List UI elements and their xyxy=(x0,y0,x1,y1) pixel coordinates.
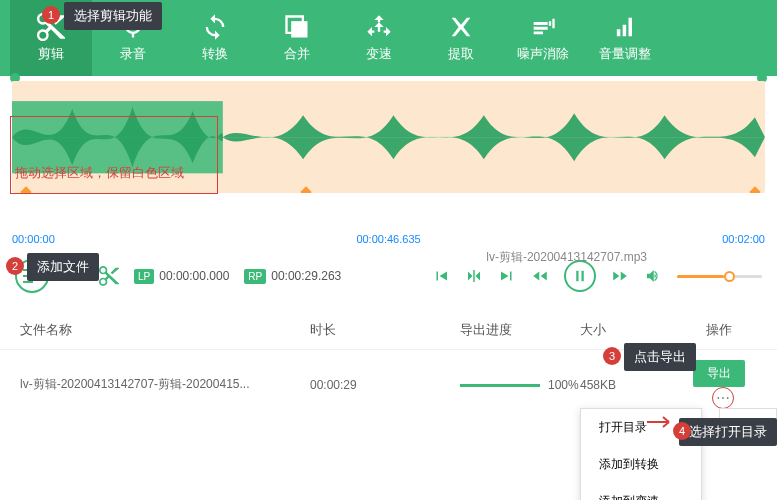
tab-volume[interactable]: 音量调整 xyxy=(584,0,666,76)
rp-time: 00:00:29.263 xyxy=(271,269,341,283)
more-button[interactable]: ⋯ xyxy=(712,387,734,409)
pause-icon xyxy=(571,267,589,285)
lp-badge[interactable]: LP xyxy=(134,269,154,284)
th-size: 大小 xyxy=(580,321,680,339)
timeline: 00:00:00 00:00:46.635 00:02:00 xyxy=(12,233,765,251)
skip-end-icon[interactable] xyxy=(498,267,516,285)
waveform-area: 拖动选择区域，保留白色区域 xyxy=(0,76,777,231)
lp-time: 00:00:00.000 xyxy=(159,269,229,283)
volume-slider[interactable] xyxy=(677,275,762,278)
cell-name: lv-剪辑-20200413142707-剪辑-20200415... xyxy=(20,376,310,393)
tooltip-select-cut: 选择剪辑功能 xyxy=(64,2,162,30)
tab-speed[interactable]: 变速 xyxy=(338,0,420,76)
rewind-icon[interactable] xyxy=(531,267,549,285)
step-badge-2: 2 xyxy=(6,257,24,275)
tab-merge[interactable]: 合并 xyxy=(256,0,338,76)
svg-rect-0 xyxy=(291,21,307,37)
export-button[interactable]: 导出 xyxy=(693,360,745,387)
tooltip-open-dir: 选择打开目录 xyxy=(679,418,777,446)
tab-label: 合并 xyxy=(284,45,310,63)
tab-label: 音量调整 xyxy=(599,45,651,63)
trim-in-icon[interactable] xyxy=(465,267,483,285)
th-op: 操作 xyxy=(680,321,757,339)
forward-icon[interactable] xyxy=(611,267,629,285)
tab-label: 剪辑 xyxy=(38,45,64,63)
tooltip-add-file: 添加文件 xyxy=(27,253,99,281)
red-arrow-2 xyxy=(647,416,677,428)
cell-dur: 00:00:29 xyxy=(310,378,460,392)
tab-convert[interactable]: 转换 xyxy=(174,0,256,76)
time-end: 00:02:00 xyxy=(722,233,765,251)
tooltip-export: 点击导出 xyxy=(624,343,696,371)
step-badge-4: 4 xyxy=(673,422,691,440)
tab-label: 录音 xyxy=(120,45,146,63)
volume-icon[interactable] xyxy=(644,267,662,285)
menu-add-convert[interactable]: 添加到转换 xyxy=(581,446,701,483)
cell-prog: 100% xyxy=(460,378,580,392)
step-badge-1: 1 xyxy=(42,6,60,24)
annotation-box xyxy=(10,116,218,194)
tab-label: 变速 xyxy=(366,45,392,63)
th-dur: 时长 xyxy=(310,321,460,339)
scissors-icon[interactable] xyxy=(99,266,119,286)
tab-label: 噪声消除 xyxy=(517,45,569,63)
tab-noise[interactable]: 噪声消除 xyxy=(502,0,584,76)
tab-extract[interactable]: 提取 xyxy=(420,0,502,76)
rp-badge[interactable]: RP xyxy=(244,269,266,284)
skip-start-icon[interactable] xyxy=(432,267,450,285)
tab-label: 提取 xyxy=(448,45,474,63)
current-filename: lv-剪辑-20200413142707.mp3 xyxy=(486,249,647,266)
controls-row: lv-剪辑-20200413142707.mp3 LP 00:00:00.000… xyxy=(0,251,777,301)
time-start: 00:00:00 xyxy=(12,233,55,251)
annotation-text: 拖动选择区域，保留白色区域 xyxy=(15,164,184,182)
th-name: 文件名称 xyxy=(20,321,310,339)
cell-size: 458KB xyxy=(580,378,680,392)
step-badge-3: 3 xyxy=(603,347,621,365)
th-prog: 导出进度 xyxy=(460,321,580,339)
tab-label: 转换 xyxy=(202,45,228,63)
time-mid: 00:00:46.635 xyxy=(356,233,420,245)
menu-add-speed[interactable]: 添加到变速 xyxy=(581,483,701,500)
